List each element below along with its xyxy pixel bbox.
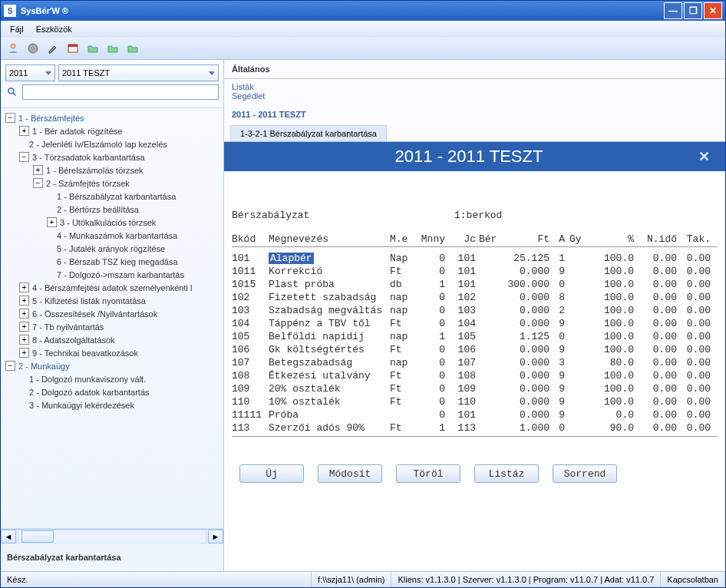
tree-item[interactable]: −3 - Törzsadatok karbantartása bbox=[2, 150, 222, 164]
tree-item[interactable]: 4 - Munkaszámok karbantartása bbox=[2, 229, 222, 242]
scroll-right-icon[interactable]: ► bbox=[208, 530, 223, 543]
table-row[interactable]: 107Betegszabadságnap01070.000380.00.000.… bbox=[232, 356, 718, 369]
table-row[interactable]: 105Belföldi napidijnap11051.1250100.00.0… bbox=[232, 330, 718, 343]
minimize-button[interactable]: — bbox=[664, 2, 682, 19]
year-value: 2011 bbox=[9, 68, 28, 78]
tree-item[interactable]: +1 - Bérelszámolás törzsek bbox=[2, 164, 222, 177]
tree-item[interactable]: +9 - Technikai beavatkozások bbox=[2, 346, 222, 359]
list-button[interactable]: Listáz bbox=[474, 464, 539, 483]
table-row[interactable]: 104Táppénz a TBV tőlFt01040.0009100.00.0… bbox=[232, 317, 718, 330]
collapse-icon[interactable]: − bbox=[5, 113, 15, 123]
table-row[interactable]: 113Szerzői adós 90%Ft11131.000090.00.000… bbox=[232, 421, 718, 434]
expand-icon[interactable]: + bbox=[19, 296, 29, 306]
tree-item[interactable]: 3 - Munkaügyi lekérdezések bbox=[2, 398, 222, 411]
expand-icon[interactable]: + bbox=[19, 348, 29, 358]
new-button[interactable]: Új bbox=[239, 464, 304, 483]
collapse-icon[interactable]: − bbox=[19, 152, 29, 162]
nav-tab-current[interactable]: 1-3-2-1 Bérszabályzat karbantartása bbox=[230, 125, 387, 141]
company-dropdown[interactable]: 2011 TESZT bbox=[58, 64, 219, 81]
tree-item[interactable]: 5 - Jutalék arányok rögzítése bbox=[2, 242, 222, 255]
menu-file[interactable]: Fájl bbox=[4, 23, 30, 35]
nav-tree[interactable]: −1 - Bérszámfejtés +1 - Bér adatok rögzí… bbox=[1, 107, 223, 529]
tree-item[interactable]: 7 - Dolgozó->mszam karbantartás bbox=[2, 268, 222, 281]
nav-link-listak[interactable]: Listák bbox=[232, 82, 718, 91]
table-row[interactable]: 1015Plast próbadb1101300.0000100.00.000.… bbox=[232, 278, 718, 291]
order-button[interactable]: Sorrend bbox=[553, 464, 617, 483]
menubar: Fájl Eszközök bbox=[1, 21, 725, 38]
toolbar-folder2-icon[interactable] bbox=[104, 39, 122, 58]
table-row[interactable]: 11111Próba01010.00090.00.000.00 bbox=[232, 408, 718, 421]
form-titlebar: 2011 - 2011 TESZT ✕ bbox=[224, 142, 725, 171]
tree-item[interactable]: −2 - Számfejtés törzsek bbox=[2, 177, 222, 190]
status-ready: Kész. bbox=[1, 572, 312, 587]
company-value: 2011 TESZT bbox=[62, 68, 110, 78]
tree-item[interactable]: +8 - Adatszolgáltatások bbox=[2, 333, 222, 346]
table-row[interactable]: 102Fizetett szabadságnap01020.0008100.00… bbox=[232, 291, 718, 304]
expand-icon[interactable]: + bbox=[33, 165, 43, 175]
content-area: Általános Listák Segédlet 2011 - 2011 TE… bbox=[224, 60, 725, 571]
collapse-icon[interactable]: − bbox=[33, 178, 43, 188]
scroll-track[interactable] bbox=[18, 530, 206, 543]
expand-icon[interactable]: + bbox=[19, 322, 29, 332]
tree-item[interactable]: +7 - Tb nyilvántartás bbox=[2, 320, 222, 333]
year-dropdown[interactable]: 2011 bbox=[5, 64, 55, 81]
expand-icon[interactable]: + bbox=[19, 309, 29, 319]
table-row[interactable]: 103Szabadság megváltásnap01030.0002100.0… bbox=[232, 304, 718, 317]
tree-item-munkaugy[interactable]: −2 - Munkaügy bbox=[2, 359, 222, 372]
delete-button[interactable]: Töröl bbox=[396, 464, 460, 483]
expand-icon[interactable]: + bbox=[19, 126, 29, 136]
tree-item[interactable]: +5 - Kifizetési listák nyomtatása bbox=[2, 294, 222, 307]
form-close-button[interactable]: ✕ bbox=[698, 148, 710, 165]
svg-point-0 bbox=[11, 44, 15, 48]
form-title-text: 2011 - 2011 TESZT bbox=[239, 147, 698, 167]
toolbar-calendar-icon[interactable] bbox=[64, 39, 82, 58]
chevron-down-icon bbox=[45, 71, 51, 75]
tree-item[interactable]: 1 - Bérszabályzat karbantartása bbox=[2, 190, 222, 203]
table-row[interactable]: 1011KorrekcióFt01010.0009100.00.000.00 bbox=[232, 265, 718, 278]
window-title: SysBér'W ® bbox=[21, 6, 662, 15]
tree-item[interactable]: 2 - Jelenléti ív/Elszámoló lap kezelés bbox=[2, 137, 222, 150]
modify-button[interactable]: Módosít bbox=[318, 464, 382, 483]
toolbar-record-icon[interactable] bbox=[24, 39, 42, 58]
scroll-left-icon[interactable]: ◄ bbox=[1, 530, 16, 543]
tree-horizontal-scrollbar[interactable]: ◄ ► bbox=[1, 529, 223, 543]
tree-item[interactable]: 1 - Dolgozó munkaviszony vált. bbox=[2, 372, 222, 385]
status-connection: Kapcsolatban bbox=[661, 572, 725, 587]
table-header: Bkód Megnevezés M.e Mnny Jc Bér Ft A Gy … bbox=[232, 233, 718, 247]
tree-item[interactable]: +3 - Utókalkulációs törzsek bbox=[2, 216, 222, 229]
status-path: f:\\szja11\ (admin) bbox=[312, 572, 391, 587]
tree-item[interactable]: +4 - Bérszámfejtési adatok személyenként… bbox=[2, 281, 222, 294]
nav-link-segedlet[interactable]: Segédlet bbox=[232, 91, 718, 101]
titlebar: S SysBér'W ® — ❐ ✕ bbox=[1, 1, 725, 21]
tree-item[interactable]: +1 - Bér adatok rögzítése bbox=[2, 124, 222, 137]
tree-item-bersamfejtes[interactable]: −1 - Bérszámfejtés bbox=[2, 111, 222, 124]
nav-panel: Általános Listák Segédlet 2011 - 2011 TE… bbox=[224, 60, 725, 142]
tree-item[interactable]: 6 - Bérszab TSZ kieg megadása bbox=[2, 255, 222, 268]
expand-icon[interactable]: + bbox=[19, 282, 29, 292]
table-row[interactable]: 11010% osztalékFt01100.0009100.00.000.00 bbox=[232, 395, 718, 408]
expand-icon[interactable]: + bbox=[47, 217, 57, 227]
tree-item[interactable]: 2 - Dolgozó adatok karbantartás bbox=[2, 385, 222, 398]
toolbar-folder1-icon[interactable] bbox=[84, 39, 102, 58]
maximize-button[interactable]: ❐ bbox=[684, 2, 702, 19]
close-button[interactable]: ✕ bbox=[704, 2, 722, 19]
scroll-thumb[interactable] bbox=[21, 530, 54, 543]
app-window: S SysBér'W ® — ❐ ✕ Fájl Eszközök 2011 bbox=[0, 0, 726, 588]
search-input[interactable] bbox=[22, 84, 219, 100]
menu-tools[interactable]: Eszközök bbox=[30, 23, 78, 35]
tree-item[interactable]: +6 - Összesítések /Nyilvántartások bbox=[2, 307, 222, 320]
toolbar-user-icon[interactable] bbox=[4, 39, 22, 58]
chevron-down-icon bbox=[209, 71, 215, 75]
collapse-icon[interactable]: − bbox=[5, 361, 15, 371]
data-table: Bkód Megnevezés M.e Mnny Jc Bér Ft A Gy … bbox=[232, 233, 718, 437]
table-row[interactable]: 108Étkezési utalványFt01080.0009100.00.0… bbox=[232, 369, 718, 382]
toolbar-folder3-icon[interactable] bbox=[124, 39, 142, 58]
table-row[interactable]: 101AlapbérNap010125.1251100.00.000.00 bbox=[232, 252, 718, 265]
table-row[interactable]: 10920% osztalékFt01090.0009100.00.000.00 bbox=[232, 382, 718, 395]
form-button-row: Új Módosít Töröl Listáz Sorrend bbox=[232, 464, 718, 483]
table-row[interactable]: 106Gk költségtértésFt01060.0009100.00.00… bbox=[232, 343, 718, 356]
expand-icon[interactable]: + bbox=[19, 335, 29, 345]
tree-item[interactable]: 2 - Bértörzs beállítása bbox=[2, 203, 222, 216]
toolbar-edit-icon[interactable] bbox=[44, 39, 62, 58]
nav-subtitle: 2011 - 2011 TESZT bbox=[224, 104, 725, 125]
